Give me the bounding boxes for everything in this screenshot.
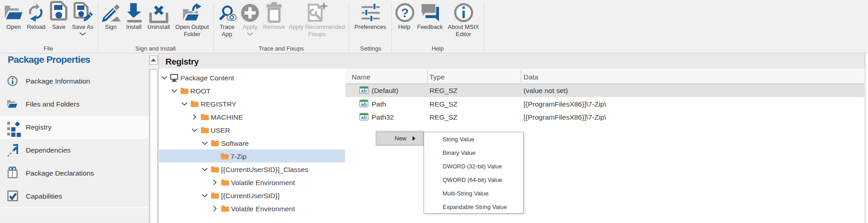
svg-text:?: ? (401, 6, 409, 20)
svg-text:ab: ab (361, 88, 367, 93)
